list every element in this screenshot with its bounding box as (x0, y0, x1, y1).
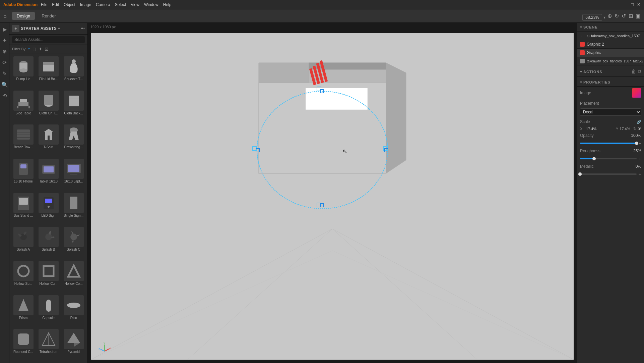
list-item[interactable]: Capsule (37, 294, 60, 327)
asset-thumb (39, 159, 59, 179)
zoom-dropdown-icon[interactable]: ▾ (603, 15, 605, 20)
asset-label: Bus Stand ... (14, 214, 33, 217)
add-object-icon[interactable]: ⊕ (607, 13, 612, 19)
placement-select[interactable]: Decal Repeat Fill (580, 108, 641, 116)
scene-item-label: Graphic (587, 50, 601, 55)
zoom-tool[interactable]: 🔍 (0, 80, 9, 89)
scene-collapse-icon[interactable]: ▾ (580, 25, 582, 30)
3d-object[interactable]: ↖ (229, 49, 436, 210)
redo-icon[interactable]: ↻ (615, 13, 619, 19)
metallic-add-button[interactable]: + (639, 171, 641, 177)
select-tool[interactable]: ▶ (1, 25, 8, 34)
placement-select-row: Decal Repeat Fill (577, 107, 644, 118)
add-asset-button[interactable]: + (12, 25, 19, 32)
scene-item-graphic[interactable]: Graphic (577, 49, 644, 57)
asset-thumb (39, 193, 59, 213)
metallic-slider[interactable] (580, 173, 637, 175)
scene-item-material[interactable]: takeaway_box_handles_1507_MatSG (577, 57, 644, 65)
list-item[interactable]: Cloth Back... (62, 90, 85, 122)
copy-action-icon[interactable]: ⧉ (638, 69, 641, 74)
paint-tool[interactable]: ✎ (1, 69, 8, 78)
list-item[interactable]: Bus Stand ... (11, 192, 35, 225)
metallic-slider-thumb[interactable] (578, 172, 582, 176)
list-item[interactable]: Tablet 16:10 (37, 158, 60, 191)
list-item[interactable]: Splash B (37, 226, 60, 259)
magic-tool[interactable]: ✦ (1, 36, 8, 45)
list-item[interactable]: LED Sign (37, 192, 60, 225)
list-item[interactable]: Tetrahedron (37, 328, 60, 361)
image-thumbnail[interactable] (632, 88, 641, 98)
list-item[interactable]: Prism (11, 294, 35, 327)
menu-image[interactable]: Image (80, 2, 91, 7)
list-item[interactable]: Beach Tow... (11, 123, 35, 156)
filter-3d-icon[interactable]: ○ (27, 46, 30, 52)
list-item[interactable]: Pump Lid (11, 55, 35, 88)
menu-file[interactable]: File (41, 2, 47, 7)
list-item[interactable]: Splash A (11, 226, 35, 259)
list-item[interactable]: Cloth On T... (37, 90, 60, 122)
close-button[interactable]: ✕ (637, 2, 641, 7)
delete-action-icon[interactable]: 🗑 (631, 69, 636, 74)
list-item[interactable]: 16:10 Phone (11, 158, 35, 191)
scale-y-value: 17.4% (620, 127, 630, 131)
tab-render[interactable]: Render (37, 12, 61, 20)
menu-help[interactable]: Help (163, 2, 172, 7)
search-input[interactable] (12, 36, 85, 43)
scale-link-icon[interactable]: 🔗 (637, 120, 641, 124)
zoom-level[interactable]: 68.23% (582, 14, 602, 21)
menu-camera[interactable]: Camera (96, 2, 110, 7)
grid-icon[interactable]: ⊞ (629, 13, 633, 19)
filter-image-icon[interactable]: ⊡ (45, 46, 49, 52)
reset-tool[interactable]: ⟲ (1, 91, 8, 100)
list-item[interactable]: Disc (62, 294, 85, 327)
list-item[interactable]: Pyramid (62, 328, 85, 361)
undo-icon[interactable]: ↺ (622, 13, 626, 19)
asset-label: Capsule (42, 316, 55, 320)
list-item[interactable]: 16:10 Lapt... (62, 158, 85, 191)
orbit-tool[interactable]: ⟳ (1, 58, 8, 67)
menu-window[interactable]: Window (144, 2, 158, 7)
list-item[interactable]: Hollow Cu... (37, 260, 60, 293)
roughness-add-button[interactable]: + (639, 156, 641, 161)
opacity-add-button[interactable]: + (639, 141, 641, 146)
canvas-area: 1920 x 1080 px (88, 23, 577, 363)
list-item[interactable]: Splash C (62, 226, 85, 259)
menu-edit[interactable]: Edit (52, 2, 59, 7)
asset-thumb (13, 193, 34, 213)
asset-label: Pyramid (67, 350, 80, 354)
list-item[interactable]: T-Shirt (37, 123, 60, 156)
add-tool[interactable]: ⊕ (1, 47, 8, 56)
actions-section-header[interactable]: ▾ ACTIONS 🗑 ⧉ (577, 67, 644, 76)
list-item[interactable]: Single Sign... (62, 192, 85, 225)
roughness-slider[interactable] (580, 158, 637, 159)
filter-light-icon[interactable]: ✦ (39, 46, 43, 52)
list-item[interactable]: Squeeze T... (62, 55, 85, 88)
filter-material-icon[interactable]: ◻ (33, 46, 37, 52)
asset-panel-arrow[interactable]: ▾ (58, 26, 60, 31)
asset-panel-menu[interactable]: ••• (80, 26, 85, 31)
menu-object[interactable]: Object (64, 2, 75, 7)
opacity-slider[interactable] (580, 143, 637, 144)
menu-view[interactable]: View (131, 2, 139, 7)
canvas-viewport[interactable]: ↖ X Y Z (91, 33, 574, 360)
tab-design[interactable]: Design (12, 12, 35, 20)
home-icon[interactable]: ⌂ (3, 13, 7, 19)
properties-section-header[interactable]: ▾ PROPERTIES (577, 78, 644, 87)
list-item[interactable]: Hollow Sp... (11, 260, 35, 293)
roughness-slider-thumb[interactable] (592, 157, 596, 160)
back-button[interactable]: ← (580, 34, 584, 38)
opacity-slider-thumb[interactable] (635, 142, 638, 145)
maximize-button[interactable]: □ (631, 2, 634, 7)
svg-point-34 (18, 266, 29, 276)
menu-select[interactable]: Select (115, 2, 126, 7)
minimize-button[interactable]: — (623, 2, 628, 7)
list-item[interactable]: Side Table (11, 90, 35, 122)
list-item[interactable]: Hollow Co... (62, 260, 85, 293)
list-item[interactable]: Drawstring... (62, 123, 85, 156)
asset-thumb (64, 227, 84, 247)
render-icon[interactable]: ▣ (636, 13, 641, 19)
list-item[interactable]: Rounded C... (11, 328, 35, 361)
scene-item-graphic2[interactable]: Graphic 2 (577, 40, 644, 49)
list-item[interactable]: Flip Lid Bo... (37, 55, 60, 88)
scene-item-icon (580, 50, 585, 55)
